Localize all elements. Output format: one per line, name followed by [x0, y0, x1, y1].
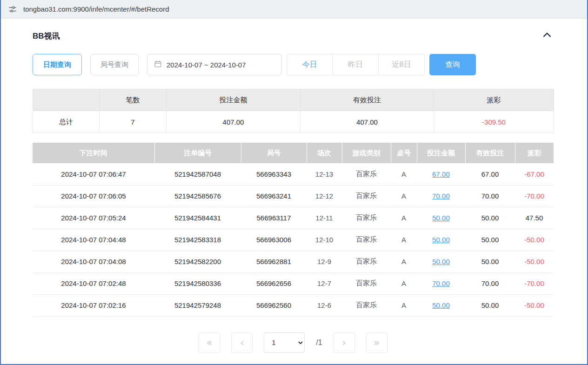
calendar-icon	[154, 60, 162, 69]
order-id-cell: 521942585676	[154, 185, 241, 207]
bet-time-cell: 2024-10-07 07:02:16	[33, 294, 154, 316]
payout-cell: -70.00	[515, 272, 554, 294]
bet-amount-link[interactable]: 70.00	[432, 279, 450, 287]
table-no-cell: A	[391, 294, 417, 316]
bet-amount-link[interactable]: 50.00	[432, 236, 450, 244]
summary-total-label: 总计	[33, 111, 100, 133]
session-cell: 12-6	[307, 294, 342, 316]
chevron-right-icon: ›	[342, 338, 346, 348]
valid-bet-cell: 70.00	[465, 272, 515, 294]
table-no-cell: A	[391, 272, 417, 294]
bet-time-cell: 2024-10-07 07:05:24	[33, 207, 154, 229]
order-id-cell: 521942583318	[154, 229, 241, 251]
order-id-cell: 521942587048	[154, 163, 241, 185]
round-id-cell: 566963006	[241, 229, 307, 251]
page-select[interactable]: 1	[264, 332, 305, 353]
game-type-cell: 百家乐	[342, 207, 391, 229]
next-page-button[interactable]: ›	[334, 332, 355, 353]
game-type-cell: 百家乐	[342, 294, 391, 316]
round-id-cell: 566962881	[241, 251, 307, 272]
quick-btn-yesterday[interactable]: 昨日	[333, 54, 379, 75]
header-order-id: 注单编号	[154, 143, 241, 163]
header-bet-amount: 投注金额	[417, 143, 465, 163]
round-id-cell: 566963117	[241, 207, 307, 229]
session-cell: 12-10	[307, 229, 342, 251]
order-id-cell: 521942579248	[154, 294, 241, 316]
page-total-label: /1	[316, 338, 322, 347]
summary-table: 笔数 投注金额 有效投注 派彩 总计 7 407.00 407.00 -309.…	[33, 89, 554, 133]
table-row: 2024-10-07 07:02:48 521942580336 5669626…	[33, 272, 554, 294]
order-id-cell: 521942580336	[154, 272, 241, 294]
bet-time-cell: 2024-10-07 07:06:47	[33, 163, 154, 185]
valid-bet-cell: 50.00	[465, 207, 515, 229]
bet-record-panel: BB视讯 日期查询 局号查询 2024-10-07 ~ 2024-10-07	[1, 19, 587, 353]
summary-header-empty	[33, 89, 100, 111]
date-range-picker[interactable]: 2024-10-07 ~ 2024-10-07	[147, 54, 282, 75]
bet-time-cell: 2024-10-07 07:02:48	[33, 272, 154, 294]
game-type-cell: 百家乐	[342, 251, 391, 272]
bet-amount-link[interactable]: 50.00	[432, 214, 450, 222]
table-no-cell: A	[391, 185, 417, 207]
header-table-no: 桌号	[391, 143, 417, 163]
collapse-panel-button[interactable]	[541, 30, 554, 42]
last-page-button[interactable]: »	[366, 332, 388, 353]
header-valid-bet: 有效投注	[465, 143, 515, 163]
first-page-button[interactable]: «	[199, 332, 220, 353]
round-id-cell: 566962656	[241, 272, 307, 294]
table-no-cell: A	[391, 251, 417, 272]
payout-cell: -67.00	[515, 163, 554, 185]
header-session: 场次	[307, 143, 342, 163]
payout-cell: -50.00	[515, 229, 554, 251]
double-chevron-right-icon: »	[374, 338, 380, 348]
round-id-cell: 566963343	[241, 163, 307, 185]
bet-amount-link[interactable]: 67.00	[432, 170, 450, 178]
bet-amount-link[interactable]: 70.00	[432, 192, 450, 200]
session-cell: 12-7	[307, 272, 342, 294]
header-game-type: 游戏类别	[342, 143, 391, 163]
bet-time-cell: 2024-10-07 07:04:48	[33, 229, 154, 251]
prev-page-button[interactable]: ‹	[231, 332, 253, 353]
payout-cell: -50.00	[515, 251, 554, 272]
session-cell: 12-11	[307, 207, 342, 229]
url-text[interactable]: tongbao31.com:9900/infe/mcenter/#/betRec…	[23, 5, 169, 13]
table-no-cell: A	[391, 229, 417, 251]
date-query-tab-button[interactable]: 日期查询	[33, 54, 82, 75]
search-button[interactable]: 查询	[429, 54, 476, 75]
summary-payout: -309.50	[434, 111, 554, 133]
table-no-cell: A	[391, 207, 417, 229]
payout-cell: -70.00	[515, 185, 554, 207]
table-row: 2024-10-07 07:06:05 521942585676 5669632…	[33, 185, 554, 207]
table-row: 2024-10-07 07:04:48 521942583318 5669630…	[33, 229, 554, 251]
browser-address-bar[interactable]: tongbao31.com:9900/infe/mcenter/#/betRec…	[1, 0, 587, 19]
valid-bet-cell: 67.00	[465, 163, 515, 185]
game-type-cell: 百家乐	[342, 272, 391, 294]
summary-header-valid-bet: 有效投注	[301, 89, 434, 111]
valid-bet-cell: 50.00	[465, 251, 515, 272]
table-row: 2024-10-07 07:05:24 521942584431 5669631…	[33, 207, 554, 229]
summary-header-row: 笔数 投注金额 有效投注 派彩	[33, 89, 554, 111]
table-no-cell: A	[391, 163, 417, 185]
game-type-cell: 百家乐	[342, 229, 391, 251]
payout-cell: 47.50	[515, 207, 554, 229]
quick-btn-today[interactable]: 今日	[287, 54, 333, 75]
header-payout: 派彩	[515, 143, 554, 163]
summary-header-bet-amount: 投注金额	[167, 89, 301, 111]
valid-bet-cell: 50.00	[465, 294, 515, 316]
site-settings-icon[interactable]	[8, 5, 17, 13]
table-row: 2024-10-07 07:02:16 521942579248 5669625…	[33, 294, 554, 316]
bet-amount-link[interactable]: 50.00	[432, 258, 450, 265]
quick-btn-last8days[interactable]: 近8日	[379, 54, 425, 75]
chevron-left-icon: ‹	[240, 338, 244, 348]
session-cell: 12-12	[307, 185, 342, 207]
page-title: BB视讯	[33, 31, 60, 41]
payout-cell: -50.00	[515, 294, 554, 316]
game-type-cell: 百家乐	[342, 163, 391, 185]
game-type-cell: 百家乐	[342, 185, 391, 207]
table-row: 2024-10-07 07:04:08 521942582200 5669628…	[33, 251, 554, 272]
bet-amount-link[interactable]: 50.00	[432, 301, 450, 309]
table-row: 2024-10-07 07:06:47 521942587048 5669633…	[33, 163, 554, 185]
round-id-cell: 566963241	[241, 185, 307, 207]
quick-date-button-group: 今日 昨日 近8日	[287, 54, 425, 75]
round-query-tab-button[interactable]: 局号查询	[90, 54, 139, 75]
summary-count: 7	[100, 111, 167, 133]
